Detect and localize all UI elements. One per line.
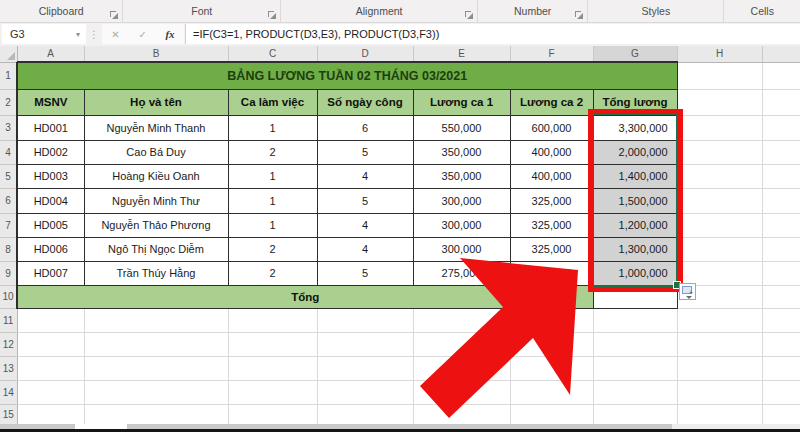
cell[interactable] bbox=[510, 380, 593, 404]
row-header[interactable]: 6 bbox=[0, 188, 17, 213]
cell[interactable] bbox=[413, 404, 510, 424]
cell[interactable] bbox=[17, 332, 84, 356]
cell[interactable]: 5 bbox=[317, 140, 413, 164]
row-header[interactable]: 8 bbox=[0, 237, 17, 261]
cell[interactable] bbox=[228, 380, 317, 404]
cell[interactable]: Nguyễn Minh Thanh bbox=[84, 115, 228, 140]
ribbon-group-cells[interactable]: Cells bbox=[724, 0, 800, 22]
ribbon-group-styles[interactable]: Styles bbox=[588, 0, 724, 22]
ribbon-group-number[interactable]: Number bbox=[478, 0, 588, 22]
cell[interactable]: 400,000 bbox=[510, 140, 593, 164]
cell[interactable] bbox=[84, 404, 228, 424]
row-header[interactable]: 11 bbox=[0, 308, 17, 332]
cell[interactable] bbox=[228, 308, 317, 332]
cell[interactable] bbox=[677, 356, 762, 380]
ribbon-group-clipboard[interactable]: Clipboard bbox=[0, 0, 123, 22]
table-title[interactable]: BẢNG LƯƠNG TUẦN 02 THÁNG 03/2021 bbox=[17, 62, 677, 89]
cell[interactable] bbox=[762, 213, 800, 237]
auto-fill-options-button[interactable]: + bbox=[679, 283, 696, 300]
cell[interactable] bbox=[228, 332, 317, 356]
cell[interactable] bbox=[228, 404, 317, 424]
column-header-f[interactable]: F bbox=[510, 46, 593, 62]
cell[interactable] bbox=[228, 356, 317, 380]
cell[interactable] bbox=[762, 115, 800, 140]
cell[interactable] bbox=[17, 404, 84, 424]
cell[interactable] bbox=[677, 89, 762, 115]
cell[interactable]: HD004 bbox=[17, 188, 84, 213]
row-header[interactable]: 9 bbox=[0, 261, 17, 285]
cell[interactable]: 300,000 bbox=[413, 213, 510, 237]
cell[interactable] bbox=[317, 380, 413, 404]
cell[interactable]: 300,000 bbox=[413, 188, 510, 213]
cell[interactable]: 1 bbox=[228, 213, 317, 237]
cell[interactable] bbox=[677, 115, 762, 140]
cell[interactable] bbox=[677, 404, 762, 424]
cell[interactable]: HD003 bbox=[17, 164, 84, 188]
name-box[interactable]: G3 ▾ bbox=[2, 24, 86, 44]
cell[interactable] bbox=[317, 332, 413, 356]
cell[interactable]: Nguyễn Minh Thư bbox=[84, 188, 228, 213]
cell[interactable] bbox=[84, 380, 228, 404]
cell[interactable] bbox=[17, 356, 84, 380]
cell[interactable]: 350,000 bbox=[413, 140, 510, 164]
cell[interactable]: Nguyễn Thảo Phương bbox=[84, 213, 228, 237]
column-header-d[interactable]: D bbox=[317, 46, 413, 62]
cell[interactable]: 4 bbox=[317, 237, 413, 261]
cell[interactable] bbox=[317, 308, 413, 332]
row-header[interactable]: 10 bbox=[0, 285, 17, 308]
row-header[interactable]: 2 bbox=[0, 89, 17, 115]
cell[interactable] bbox=[762, 285, 800, 308]
cell[interactable]: 325,000 bbox=[510, 188, 593, 213]
column-header-partial[interactable] bbox=[762, 46, 800, 62]
cell[interactable]: 550,000 bbox=[413, 115, 510, 140]
cell[interactable] bbox=[677, 237, 762, 261]
enter-icon[interactable]: ✓ bbox=[138, 29, 146, 40]
cell[interactable] bbox=[677, 308, 762, 332]
cell[interactable] bbox=[593, 404, 677, 424]
column-header-b[interactable]: B bbox=[84, 46, 228, 62]
cell[interactable] bbox=[17, 308, 84, 332]
row-header[interactable]: 1 bbox=[0, 62, 17, 89]
cell[interactable] bbox=[762, 237, 800, 261]
insert-function-icon[interactable]: fx bbox=[165, 28, 174, 40]
cell[interactable] bbox=[762, 62, 800, 89]
cell[interactable] bbox=[677, 332, 762, 356]
cell[interactable] bbox=[762, 332, 800, 356]
formula-input[interactable]: =IF(C3=1, PRODUCT(D3,E3), PRODUCT(D3,F3)… bbox=[185, 24, 800, 44]
cell[interactable] bbox=[413, 356, 510, 380]
cell[interactable]: 600,000 bbox=[510, 115, 593, 140]
cell[interactable] bbox=[413, 308, 510, 332]
cell[interactable]: 275,000 bbox=[413, 261, 510, 285]
cell[interactable]: HD002 bbox=[17, 140, 84, 164]
cell[interactable]: 5 bbox=[317, 188, 413, 213]
cell[interactable] bbox=[762, 404, 800, 424]
column-header-a[interactable]: A bbox=[17, 46, 84, 62]
cell[interactable] bbox=[677, 188, 762, 213]
cell[interactable] bbox=[762, 261, 800, 285]
dialog-launcher-icon[interactable] bbox=[575, 11, 583, 19]
cell[interactable]: 1 bbox=[228, 115, 317, 140]
ribbon-group-alignment[interactable]: Alignment bbox=[281, 0, 478, 22]
cell[interactable] bbox=[677, 213, 762, 237]
cell[interactable] bbox=[677, 261, 762, 285]
cell[interactable] bbox=[677, 380, 762, 404]
cell[interactable] bbox=[762, 164, 800, 188]
cell[interactable]: 200,000 bbox=[510, 261, 593, 285]
header-cell-msnv[interactable]: MSNV bbox=[17, 89, 84, 115]
chevron-down-icon[interactable]: ▾ bbox=[76, 30, 86, 39]
cell[interactable]: 2 bbox=[228, 140, 317, 164]
cell[interactable]: Ngô Thị Ngọc Diễm bbox=[84, 237, 228, 261]
row-header[interactable]: 15 bbox=[0, 404, 17, 424]
cell[interactable] bbox=[17, 380, 84, 404]
cell[interactable]: HD006 bbox=[17, 237, 84, 261]
cell[interactable]: 400,000 bbox=[510, 164, 593, 188]
cell[interactable] bbox=[593, 356, 677, 380]
cell[interactable]: HD007 bbox=[17, 261, 84, 285]
cell[interactable]: 4 bbox=[317, 164, 413, 188]
cell[interactable]: Cao Bá Duy bbox=[84, 140, 228, 164]
cell[interactable] bbox=[84, 332, 228, 356]
dialog-launcher-icon[interactable] bbox=[110, 11, 118, 19]
row-header[interactable]: 3 bbox=[0, 115, 17, 140]
cell[interactable]: 325,000 bbox=[510, 237, 593, 261]
cell[interactable] bbox=[413, 380, 510, 404]
